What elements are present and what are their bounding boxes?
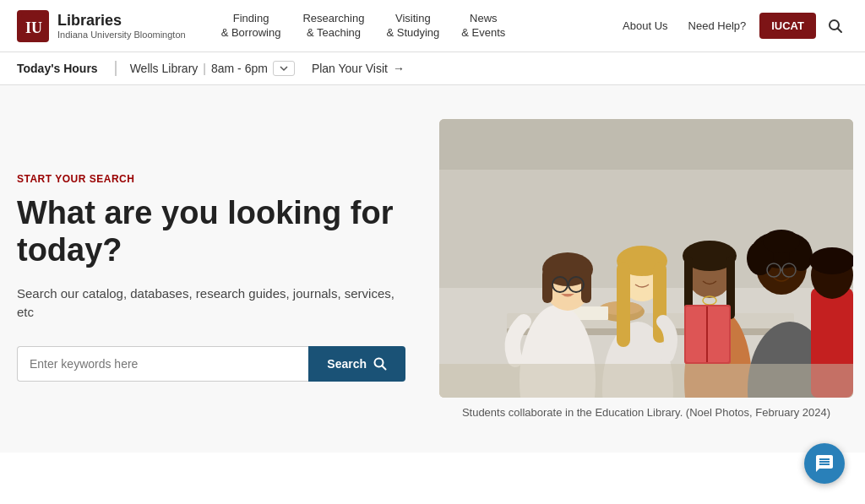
nav-researching-teaching[interactable]: Researching & Teaching [292,5,374,47]
nav-right: About Us Need Help? IUCAT [616,13,848,39]
nav-visiting-line1: Visiting [386,12,439,26]
svg-rect-20 [542,269,552,303]
svg-rect-51 [439,364,853,398]
university-name: Indiana University Bloomington [57,30,186,40]
search-button-label: Search [327,357,367,371]
logo-area[interactable]: IU Libraries Indiana University Blooming… [17,10,186,42]
right-section: Students collaborate in the Education Li… [439,119,853,419]
main-content: START YOUR SEARCH What are you looking f… [0,85,865,453]
svg-line-5 [382,366,386,370]
hours-bar: Today's Hours Wells Library | 8am - 6pm … [0,52,865,85]
nav-finding-borrowing[interactable]: Finding & Borrowing [211,5,291,47]
svg-point-50 [809,247,853,274]
plan-visit-arrow: → [393,62,405,75]
logo-text: Libraries Indiana University Bloomington [57,12,186,41]
plan-visit-label: Plan Your Visit [312,62,388,75]
nav-researching-line1: Researching [302,12,364,26]
nav-news-events[interactable]: News & Events [451,5,515,47]
search-input[interactable] [17,346,308,382]
image-caption: Students collaborate in the Education Li… [462,406,830,419]
nav-researching-line2: & Teaching [302,26,364,41]
nav-visiting-line2: & Studying [386,26,439,41]
library-name: Wells Library [130,62,199,75]
left-section: START YOUR SEARCH What are you looking f… [17,119,405,419]
hours-label: Today's Hours [17,62,98,75]
nav-finding-line2: & Borrowing [221,26,281,41]
iucat-button[interactable]: IUCAT [759,13,816,39]
nav-finding-line1: Finding [221,12,281,26]
svg-rect-28 [617,263,630,347]
search-bar: Search [17,346,405,382]
sub-text: Search our catalog, databases, research … [17,285,405,322]
site-name: Libraries [57,12,186,30]
hours-detail: Wells Library | 8am - 6pm [115,61,295,76]
site-header: IU Libraries Indiana University Blooming… [0,0,865,52]
header-search-button[interactable] [823,14,848,39]
main-nav: Finding & Borrowing Researching & Teachi… [211,5,616,47]
start-label: START YOUR SEARCH [17,173,405,185]
nav-news-line2: & Events [461,26,505,41]
need-help-link[interactable]: Need Help? [682,14,753,37]
hours-dropdown-button[interactable] [273,61,295,76]
main-heading: What are you looking for today? [17,195,405,268]
iu-logo-icon: IU [17,10,49,42]
svg-text:IU: IU [25,19,42,36]
nav-news-line1: News [461,12,505,26]
chevron-down-icon [279,63,289,73]
students-svg [439,119,853,398]
plan-visit-link[interactable]: Plan Your Visit → [312,62,405,75]
about-us-link[interactable]: About Us [616,14,674,37]
hours-divider: | [203,62,206,75]
nav-visiting-studying[interactable]: Visiting & Studying [376,5,449,47]
svg-point-44 [763,230,800,253]
hours-time: 8am - 6pm [211,62,268,75]
search-button[interactable]: Search [308,346,405,382]
search-icon [828,19,843,34]
students-image [439,119,853,398]
search-button-icon [373,357,387,371]
svg-line-3 [838,28,842,32]
